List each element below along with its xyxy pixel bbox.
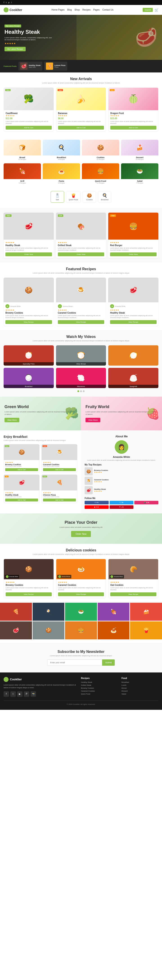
gallery-item-7[interactable]: 🍪 — [33, 621, 65, 640]
green-world-btn[interactable]: View More — [5, 418, 19, 422]
cat-card-quickfood[interactable]: 🍔 Quick Food 11 Recipes — [82, 163, 119, 185]
social-facebook-icon[interactable]: f — [3, 2, 4, 3]
footer-link-dinner[interactable]: Dinner — [122, 687, 159, 689]
pop-btn-steak[interactable]: Order Now — [5, 253, 52, 256]
product-card-dragonfruit: Hot 🍈 Dragon Fruit ★★★★★ $15.00 Lorem ip… — [108, 88, 159, 132]
footer-pi-icon[interactable]: P — [24, 691, 29, 697]
gallery-item-6[interactable]: 🥩 — [0, 621, 32, 640]
gallery-item-1[interactable]: 🍕 — [0, 603, 32, 621]
del-btn-oat[interactable]: View Recipe — [110, 592, 156, 596]
cat-tab-breakfast2[interactable]: 🍳 Breakfast — [98, 191, 111, 203]
footer-link-caramel[interactable]: Caramel Cookies — [81, 690, 118, 692]
mini-btn-browny[interactable]: Add to Cart — [5, 468, 38, 471]
cart-icon[interactable]: 🛒 — [154, 8, 159, 12]
cat-card-breakfast[interactable]: 🍳 Breakfast 8 Recipes — [43, 140, 80, 161]
cat-tab-salt[interactable]: 🧂 Salt — [51, 191, 64, 203]
cat-card-bread[interactable]: 🍞 Bread 12 Recipes — [3, 140, 41, 161]
video-card-olive[interactable]: 🍞 ▶ Olive Bread — [56, 345, 106, 366]
social-btn-instagram[interactable]: 📸 5.2k — [134, 501, 159, 504]
add-to-cart-3[interactable]: Add to Cart — [110, 126, 156, 130]
add-to-cart-2[interactable]: Add to Cart — [58, 126, 104, 130]
play-btn-olive[interactable]: ▶ — [78, 352, 84, 359]
footer-fb-icon[interactable]: f — [3, 691, 9, 697]
footer-link-salad[interactable]: Salad — [122, 693, 159, 695]
fruity-world-btn[interactable]: View More — [86, 418, 100, 422]
play-btn-breakfast[interactable]: ▶ — [25, 375, 32, 381]
play-btn-spaghetti[interactable]: ▶ — [130, 375, 137, 381]
del-btn-caramel[interactable]: View Recipe — [58, 592, 104, 596]
gallery-item-5[interactable]: 🍰 — [130, 603, 162, 621]
footer-link-grilled[interactable]: Grilled Steak — [81, 684, 118, 686]
nav-recipes[interactable]: Recipes — [83, 8, 91, 11]
cat-card-grill[interactable]: 🍖 Grill 6 Recipes — [3, 163, 41, 185]
social-pinterest-icon[interactable]: p — [8, 2, 10, 3]
video-card-spaghetti[interactable]: 🍝 ▶ Spaghetti — [108, 368, 159, 388]
nav-shop[interactable]: Shop — [75, 8, 79, 11]
social-instagram-icon[interactable]: i — [11, 2, 12, 3]
mini-btn-cheese[interactable]: Add to Cart — [43, 498, 76, 501]
footer-tw-icon[interactable]: t — [10, 691, 16, 697]
video-card-breakfast[interactable]: 🍳 ▶ Breakfast — [3, 368, 54, 388]
social-btn-facebook[interactable]: f 2.4k — [84, 501, 109, 504]
search-button[interactable]: Search — [143, 8, 153, 12]
cat-tab-cookies2[interactable]: 🍪 Cookies — [83, 191, 96, 203]
add-to-cart-1[interactable]: Add to Cart — [6, 126, 52, 130]
cat-card-cookies[interactable]: 🍪 Cookies 15 Recipes — [82, 140, 119, 161]
del-info-oat: ★★★★★ Oat Cookies Lorem ipsum dolor sit … — [108, 579, 158, 598]
nav-contact[interactable]: Contact Us — [102, 8, 113, 11]
recipe-btn-browny[interactable]: View Recipe — [5, 320, 52, 324]
gallery-item-8[interactable]: 🍔 — [65, 621, 97, 640]
play-btn-macarons[interactable]: ▶ — [78, 375, 84, 381]
del-btn-browny[interactable]: View Recipe — [6, 592, 52, 596]
cat-card-salad[interactable]: 🥗 Salad 7 Recipes — [121, 163, 159, 185]
featured-item-2[interactable]: 🍕 Lemon Pizza Pizza — [44, 62, 67, 71]
nav-pages[interactable]: Pages — [93, 8, 100, 11]
footer-yt-icon[interactable]: ▶ — [17, 691, 22, 697]
play-btn-fries[interactable]: ▶ — [25, 352, 32, 359]
featured-item-1[interactable]: 🥩 Healthy Steak Main Dish — [19, 62, 42, 71]
recipe-stars-steak: ★★★★★ — [110, 309, 157, 311]
hero-cta-button[interactable]: My Latest Recipe — [5, 47, 25, 51]
gallery-item-2[interactable]: 🍳 — [33, 603, 65, 621]
cat-card-pasta[interactable]: 🍝 Pasta 9 Recipes — [43, 163, 80, 185]
recipe-btn-steak[interactable]: View Recipe — [110, 320, 157, 324]
video-dot-3[interactable] — [83, 390, 84, 392]
pop-btn-burger[interactable]: Order Now — [110, 253, 157, 256]
footer-link-breakfast[interactable]: Breakfast — [122, 681, 159, 683]
video-card-macarons[interactable]: 🍬 ▶ Macarons — [56, 368, 106, 388]
social-twitter-icon[interactable]: t — [6, 2, 7, 3]
cat-card-dessert[interactable]: 🍰 Dessert 10 Recipes — [121, 140, 159, 161]
mini-btn-caramel[interactable]: Add to Cart — [43, 468, 76, 471]
video-grid-row1: 🍟 ▶ Specialty Fries 🍞 ▶ Olive Bread 🌮 ▶ — [3, 345, 159, 366]
footer-link-quick[interactable]: Quick Food — [81, 693, 118, 695]
mini-btn-steak[interactable]: Add to Cart — [5, 498, 38, 501]
social-btn-youtube[interactable]: ▶ 3.1k — [84, 505, 109, 509]
gallery-item-4[interactable]: 🍖 — [98, 603, 130, 621]
video-dot-1[interactable] — [78, 390, 79, 392]
pop-card-burger: 🍔 Fast ★★★★★ Red Burger Lorem ipsum dolo… — [108, 213, 159, 258]
pop-btn-grilled[interactable]: Order Now — [58, 253, 105, 256]
newsletter-submit-btn[interactable]: Submit — [102, 659, 115, 666]
cat-tab-quickfood[interactable]: 🍟 Quick Food — [66, 191, 81, 203]
place-order-btn[interactable]: Order Now — [71, 531, 91, 537]
gallery-item-3[interactable]: 🥗 — [65, 603, 97, 621]
social-btn-twitter[interactable]: t 1.8k — [110, 501, 133, 504]
footer-link-lunch[interactable]: Lunch — [122, 684, 159, 686]
gallery-item-10[interactable]: 🍟 — [130, 621, 162, 640]
video-dot-2[interactable] — [80, 390, 82, 392]
video-grid-row2: 🍳 ▶ Breakfast 🍬 ▶ Macarons 🍝 ▶ Spaghetti — [3, 368, 159, 388]
footer-link-browny[interactable]: Browny Cookies — [81, 687, 118, 689]
play-btn-taco[interactable]: ▶ — [130, 352, 137, 359]
footer-link-healthy[interactable]: Healthy Steak — [81, 681, 118, 683]
nav-home[interactable]: Home Pages — [51, 8, 65, 11]
video-card-fries[interactable]: 🍟 ▶ Specialty Fries — [3, 345, 54, 366]
product-img-3: 🍈 — [108, 88, 158, 110]
nav-blog[interactable]: Blog — [67, 8, 72, 11]
footer-link-dessert[interactable]: Dessert — [122, 690, 159, 692]
video-card-taco[interactable]: 🌮 ▶ — [108, 345, 159, 366]
gallery-item-9[interactable]: 🍝 — [98, 621, 130, 640]
newsletter-email-input[interactable] — [47, 659, 102, 666]
social-btn-pinterest[interactable]: P 1.2k — [110, 505, 133, 509]
footer-ig-icon[interactable]: 📸 — [30, 691, 36, 697]
recipe-btn-caramel[interactable]: View Recipe — [58, 320, 105, 324]
